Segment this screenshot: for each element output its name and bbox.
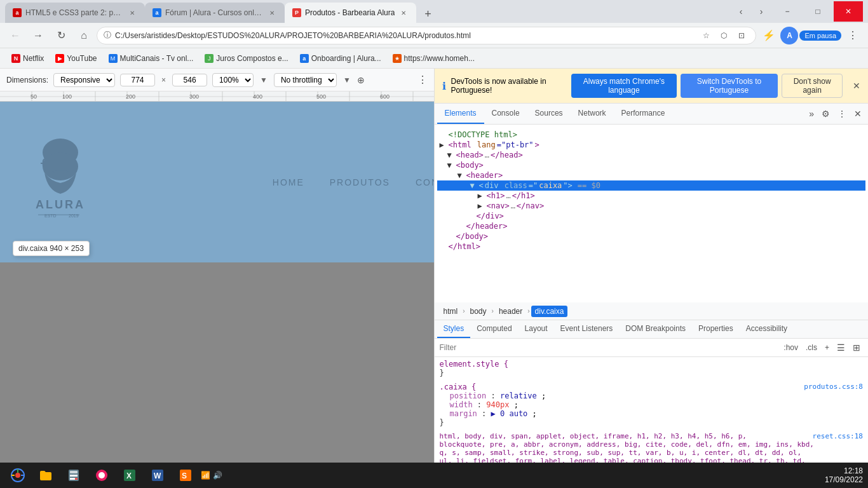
- hov-button[interactable]: :hov: [781, 342, 801, 353]
- tab-elements[interactable]: Elements: [437, 104, 484, 124]
- tree-line-div-close: </div>: [437, 211, 866, 221]
- tab2-title: Fórum | Alura - Cursos online de...: [165, 8, 263, 17]
- bookmark-home[interactable]: ★ https://www.homeh...: [388, 51, 480, 65]
- styles-tab-properties[interactable]: Properties: [692, 320, 740, 338]
- styles-tab-layout[interactable]: Layout: [519, 320, 554, 338]
- styles-tab-event-listeners[interactable]: Event Listeners: [554, 320, 620, 338]
- tab2-close[interactable]: ✕: [267, 8, 277, 18]
- throttle-select[interactable]: No throttling: [274, 73, 337, 87]
- more-options-button[interactable]: ⋮: [417, 74, 428, 86]
- new-style-button[interactable]: ☰: [834, 341, 848, 354]
- svg-rect-43: [72, 478, 75, 480]
- tab-1[interactable]: a HTML5 e CSS3 parte 2: posic... ✕: [5, 3, 145, 23]
- menu-button[interactable]: ⋮: [843, 25, 863, 46]
- switch-language-button[interactable]: Switch DevTools to Portuguese: [681, 74, 778, 98]
- caixa-source[interactable]: produtos.css:8: [804, 383, 863, 391]
- profile-button[interactable]: A: [780, 27, 798, 44]
- svg-text:W: W: [154, 471, 161, 480]
- height-input[interactable]: [172, 74, 207, 86]
- taskbar-chrome[interactable]: [5, 464, 31, 487]
- tab3-close[interactable]: ✕: [398, 8, 409, 18]
- close-button[interactable]: ✕: [834, 1, 863, 22]
- home-button[interactable]: ⌂: [74, 25, 94, 46]
- width-input[interactable]: [120, 74, 155, 86]
- devtools-more-icon[interactable]: ⋮: [834, 105, 850, 123]
- styles-tab-computed[interactable]: Computed: [470, 320, 518, 338]
- dont-show-button[interactable]: Don't show again: [782, 74, 843, 98]
- volume-icon: 🔊: [213, 471, 222, 480]
- tree-line-body: ▼ <body>: [437, 160, 866, 170]
- taskbar-paint[interactable]: [89, 464, 114, 487]
- svg-text:500: 500: [316, 93, 326, 100]
- bookmark-youtube[interactable]: ▶ YouTube: [50, 51, 102, 65]
- styles-filter-input[interactable]: [440, 343, 779, 352]
- styles-tab-dom-breakpoints[interactable]: DOM Breakpoints: [619, 320, 692, 338]
- browser-frame: a HTML5 e CSS3 parte 2: posic... ✕ a Fór…: [0, 0, 868, 488]
- tab-network[interactable]: Network: [571, 104, 614, 124]
- devtools-settings-icon[interactable]: ⚙: [818, 105, 834, 123]
- address-bar[interactable]: ⓘ C:/Users/aristides/Desktop/ESTUDOS%20A…: [97, 27, 756, 44]
- div-close-tag: </div>: [477, 212, 504, 220]
- breadcrumb-html[interactable]: html: [440, 306, 462, 317]
- tab-3[interactable]: P Produtos - Barbearia Alura ✕: [285, 3, 416, 23]
- pause-badge[interactable]: Em pausa: [799, 30, 841, 41]
- taskbar-calculator[interactable]: [61, 464, 86, 487]
- tab-2[interactable]: a Fórum | Alura - Cursos online de... ✕: [145, 3, 285, 23]
- nav-produtos: PRODUTOS: [330, 177, 390, 187]
- dimensions-mode-select[interactable]: Responsive: [53, 73, 115, 87]
- zoom-select[interactable]: 100%: [212, 73, 254, 87]
- bookmark-alura-label: Onboarding | Alura...: [311, 54, 381, 63]
- match-language-button[interactable]: Always match Chrome's language: [571, 74, 677, 98]
- position-value: relative: [500, 391, 537, 400]
- styles-tab-accessibility[interactable]: Accessibility: [740, 320, 794, 338]
- styles-tab-styles[interactable]: Styles: [437, 320, 471, 338]
- svg-text:50: 50: [31, 93, 37, 100]
- devtools-close-icon[interactable]: ✕: [850, 105, 865, 123]
- breadcrumb-divcaixa[interactable]: div.caixa: [531, 306, 568, 317]
- svg-text:200: 200: [126, 93, 135, 100]
- breadcrumb-sep3: ›: [527, 308, 529, 315]
- more-tabs-button[interactable]: »: [805, 105, 818, 123]
- taskbar-system-icons: 📶 🔊: [201, 471, 222, 480]
- new-tab-button[interactable]: +: [419, 5, 437, 23]
- breadcrumb-header[interactable]: header: [495, 306, 526, 317]
- tab-chevron-left[interactable]: ‹: [732, 3, 750, 20]
- maximize-button[interactable]: □: [803, 1, 832, 22]
- bookmark-alura[interactable]: a Onboarding | Alura...: [295, 51, 386, 65]
- tab1-close[interactable]: ✕: [127, 8, 137, 18]
- minimize-button[interactable]: −: [773, 1, 802, 22]
- forward-button[interactable]: →: [28, 25, 48, 46]
- tab-sources[interactable]: Sources: [527, 104, 571, 124]
- main-area: Dimensions: Responsive × 100% ▼ No throt…: [0, 69, 868, 488]
- taskbar-word[interactable]: W: [145, 464, 170, 487]
- extensions-button[interactable]: ⚡: [759, 25, 779, 46]
- address-actions: ☆ ⬡ ⊡: [698, 28, 749, 43]
- page-header: ALURA ESTD 2019 HOME PRODUTOS CONTATO: [0, 102, 434, 262]
- tree-line-html: ▶ <html lang="pt-br">: [437, 140, 866, 150]
- notification-close-icon[interactable]: ✕: [853, 81, 860, 91]
- add-rule-button[interactable]: +: [822, 342, 832, 353]
- reset-source[interactable]: reset.css:18: [813, 432, 863, 440]
- breadcrumb-body[interactable]: body: [466, 306, 491, 317]
- screen-capture-button[interactable]: ⊡: [734, 28, 749, 43]
- bookmark-youtube-label: YouTube: [67, 54, 97, 63]
- divider2: ▼: [343, 76, 351, 85]
- taskbar-files[interactable]: [33, 464, 58, 487]
- taskbar-excel[interactable]: X: [117, 464, 142, 487]
- bookmark-multicanais[interactable]: M MultiCanais - Tv onl...: [104, 51, 199, 65]
- bookmark-juros[interactable]: J Juros Compostos e...: [200, 51, 293, 65]
- new-rule-button[interactable]: ⊞: [850, 341, 863, 354]
- reload-button[interactable]: ↻: [51, 25, 71, 46]
- back-button[interactable]: ←: [5, 25, 25, 46]
- cast-button[interactable]: ⬡: [716, 28, 731, 43]
- bookmark-netflix[interactable]: N Netflix: [6, 51, 49, 65]
- devtools-tab-bar: Elements Console Sources Network Perform…: [435, 104, 869, 125]
- tree-line-divcaixa[interactable]: ▼ <div class="caixa"> == $0: [437, 180, 866, 191]
- tab-performance[interactable]: Performance: [614, 104, 673, 124]
- tab-console[interactable]: Console: [484, 104, 527, 124]
- bookmark-star-button[interactable]: ☆: [698, 28, 714, 43]
- cls-button[interactable]: .cls: [803, 342, 820, 353]
- tree-line-header: ▼ <header>: [437, 170, 866, 180]
- tab-chevron-right[interactable]: ›: [752, 3, 770, 20]
- taskbar-sublime[interactable]: S: [173, 464, 198, 487]
